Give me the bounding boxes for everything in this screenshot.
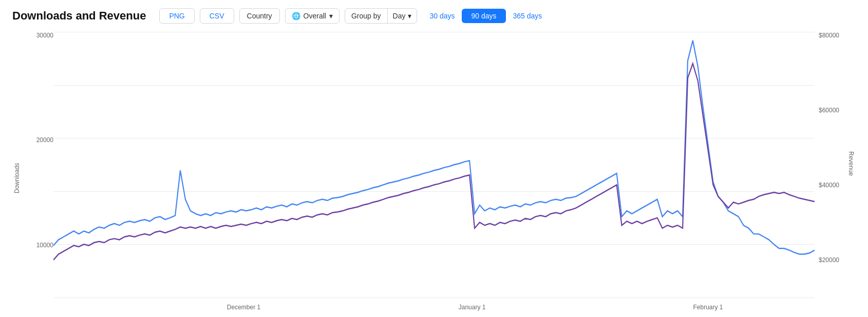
groupby-container: Group by Day ▾: [345, 8, 418, 24]
x-label-dec: December 1: [227, 304, 260, 311]
y-left-4: 10000: [36, 242, 53, 249]
grid-line-6: [53, 298, 815, 298]
chart-svg: [53, 32, 815, 298]
chart-inner: December 1 January 1 February 1: [53, 30, 815, 312]
x-label-jan: January 1: [459, 304, 486, 311]
csv-button[interactable]: CSV: [200, 8, 234, 24]
country-button[interactable]: Country: [239, 8, 280, 24]
header: Downloads and Revenue PNG CSV Country 🌐 …: [12, 8, 856, 24]
y-right-6: $20000: [819, 256, 839, 264]
chart-area: Downloads 30000 20000 10000: [12, 30, 856, 312]
page-title: Downloads and Revenue: [12, 9, 146, 23]
y-axis-right-title: Revenue: [846, 30, 856, 312]
x-label-feb: February 1: [693, 304, 723, 311]
chevron-down-icon-2: ▾: [408, 12, 411, 20]
x-labels: December 1 January 1 February 1: [53, 300, 815, 312]
overall-label: Overall: [304, 12, 326, 20]
y-axis-left-title: Downloads: [12, 30, 22, 312]
y-right-4: $40000: [819, 182, 839, 189]
365days-button[interactable]: 365 days: [506, 9, 550, 23]
downloads-line: [53, 41, 815, 254]
y-left-2: 20000: [36, 136, 53, 144]
90days-button[interactable]: 90 days: [462, 9, 505, 23]
30days-button[interactable]: 30 days: [422, 9, 462, 23]
main-container: Downloads and Revenue PNG CSV Country 🌐 …: [0, 0, 868, 317]
revenue-line: [53, 64, 815, 260]
y-axis-left: 30000 20000 10000: [23, 30, 53, 312]
y-right-2: $60000: [819, 107, 839, 114]
days-group: 30 days 90 days 365 days: [422, 9, 549, 23]
png-button[interactable]: PNG: [159, 8, 194, 24]
day-label: Day: [393, 12, 406, 20]
y-right-0: $80000: [819, 32, 839, 39]
globe-icon: 🌐: [292, 12, 300, 20]
overall-button[interactable]: 🌐 Overall ▾: [285, 8, 339, 24]
groupby-label: Group by: [345, 9, 388, 23]
y-left-0: 30000: [36, 32, 53, 39]
y-axis-right: $80000 $60000 $40000 $20000: [815, 30, 845, 312]
chevron-down-icon: ▾: [329, 12, 333, 20]
groupby-select[interactable]: Day ▾: [388, 9, 417, 23]
